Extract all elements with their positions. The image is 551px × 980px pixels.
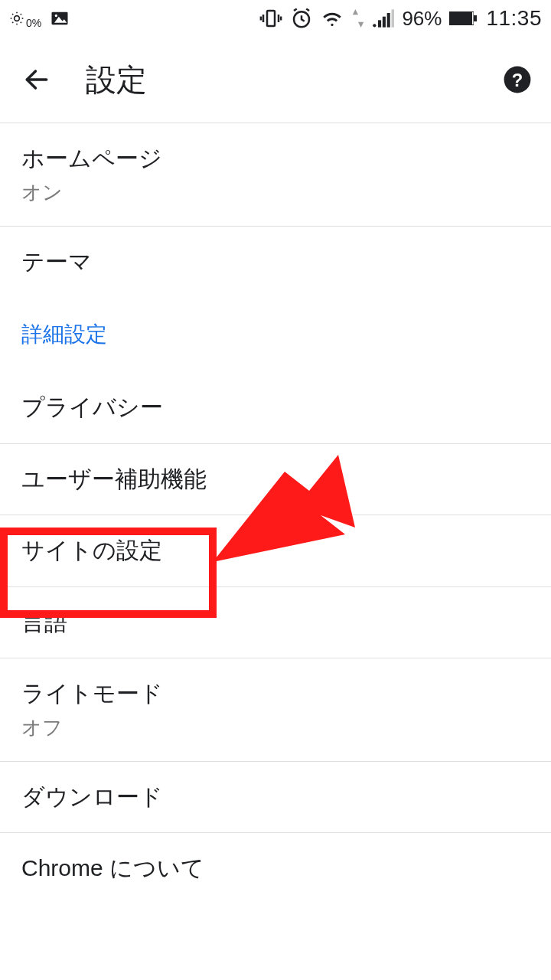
- row-about-chrome[interactable]: Chrome について: [0, 833, 551, 904]
- svg-rect-26: [392, 9, 395, 27]
- svg-line-18: [294, 9, 297, 11]
- row-downloads-label: ダウンロード: [21, 782, 530, 813]
- svg-marker-21: [358, 22, 364, 28]
- section-header-label: 詳細設定: [21, 320, 530, 349]
- help-button[interactable]: ?: [499, 61, 536, 98]
- row-homepage[interactable]: ホームページ オン: [0, 123, 551, 227]
- svg-line-19: [307, 9, 310, 11]
- row-lite-mode-status: オフ: [21, 714, 530, 741]
- svg-line-6: [21, 22, 21, 23]
- battery-icon: [449, 10, 478, 27]
- vibrate-icon: [259, 7, 282, 30]
- row-language-label: 言語: [21, 607, 530, 639]
- svg-rect-29: [472, 12, 474, 24]
- appbar: 設定 ?: [0, 37, 551, 122]
- svg-rect-27: [449, 11, 474, 25]
- svg-marker-20: [353, 9, 358, 15]
- svg-rect-28: [474, 15, 477, 21]
- svg-line-5: [12, 14, 13, 15]
- page-title: 設定: [86, 59, 499, 101]
- row-about-chrome-label: Chrome について: [21, 853, 530, 884]
- svg-line-7: [12, 22, 13, 23]
- row-language[interactable]: 言語: [0, 587, 551, 659]
- cellular-signal-icon: [373, 9, 394, 28]
- settings-list: ホームページ オン テーマ 詳細設定 プライバシー ユーザー補助機能 サイトの設…: [0, 123, 551, 904]
- brightness-icon: 0%: [9, 11, 41, 26]
- clock-text: 11:35: [486, 6, 542, 31]
- data-updown-icon: [351, 9, 365, 28]
- row-lite-mode[interactable]: ライトモード オフ: [0, 658, 551, 762]
- row-homepage-status: オン: [21, 179, 530, 206]
- wifi-icon: [321, 7, 344, 30]
- svg-rect-24: [383, 17, 386, 28]
- svg-text:?: ?: [512, 70, 523, 90]
- help-icon: ?: [503, 65, 532, 94]
- brightness-pct: 0%: [26, 18, 41, 28]
- row-downloads[interactable]: ダウンロード: [0, 762, 551, 834]
- status-bar: 0%: [0, 0, 551, 37]
- svg-point-11: [55, 15, 57, 17]
- svg-rect-23: [378, 20, 381, 27]
- row-site-settings-label: サイトの設定: [21, 535, 530, 567]
- svg-rect-25: [387, 13, 390, 28]
- svg-point-0: [15, 16, 20, 21]
- arrow-left-icon: [22, 65, 51, 94]
- svg-point-22: [373, 24, 377, 27]
- row-lite-mode-label: ライトモード: [21, 678, 530, 710]
- row-accessibility[interactable]: ユーザー補助機能: [0, 444, 551, 516]
- picture-icon: [49, 8, 70, 29]
- section-header-advanced: 詳細設定: [0, 297, 551, 372]
- row-homepage-label: ホームページ: [21, 143, 530, 175]
- row-theme-label: テーマ: [21, 247, 530, 278]
- row-accessibility-label: ユーザー補助機能: [21, 464, 530, 495]
- row-theme[interactable]: テーマ: [0, 227, 551, 298]
- back-button[interactable]: [18, 61, 55, 98]
- svg-rect-12: [267, 11, 275, 26]
- svg-line-8: [21, 14, 21, 15]
- row-privacy-label: プライバシー: [21, 392, 530, 423]
- row-privacy[interactable]: プライバシー: [0, 372, 551, 444]
- battery-pct-text: 96%: [402, 7, 442, 31]
- alarm-icon: [290, 7, 313, 30]
- row-site-settings[interactable]: サイトの設定: [0, 515, 551, 587]
